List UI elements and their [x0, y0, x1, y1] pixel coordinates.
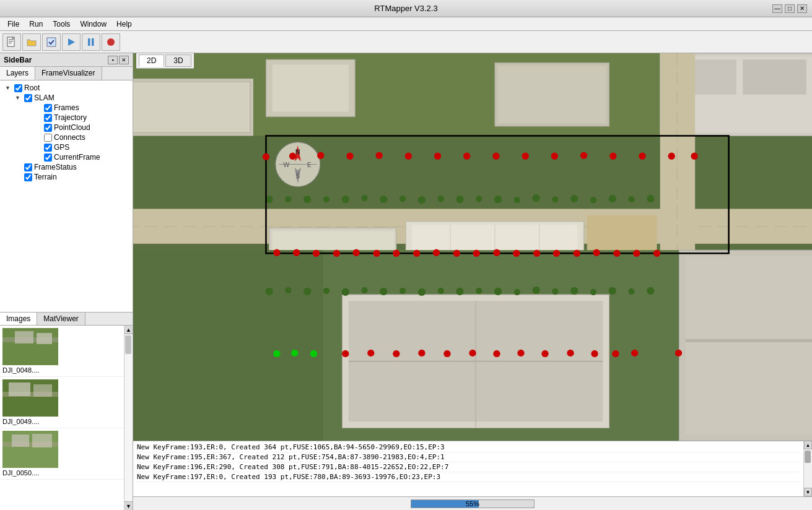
svg-point-113 — [463, 153, 470, 160]
console-line-3: New KeyFrame:197,ER:0, Created 193 pt,FU… — [137, 472, 800, 482]
tree-terrain[interactable]: ▶ Terrain — [0, 172, 133, 182]
svg-point-134 — [513, 250, 520, 257]
menu-run[interactable]: Run — [24, 19, 48, 30]
tree-check-framestatus[interactable] — [24, 163, 32, 171]
menu-window[interactable]: Window — [75, 19, 111, 30]
svg-point-135 — [533, 250, 540, 257]
progress-bar-area: 55% — [133, 496, 812, 510]
toolbar-play[interactable] — [62, 33, 81, 51]
svg-point-66 — [476, 196, 482, 202]
tree-check-gps[interactable] — [44, 144, 52, 152]
tree-check-slam[interactable] — [24, 94, 32, 102]
tree-check-terrain[interactable] — [24, 173, 32, 181]
image-item-2[interactable]: DJI_0050.... — [0, 428, 124, 480]
svg-point-69 — [532, 194, 539, 202]
title-bar: RTMapper V3.2.3 — □ ✕ — [0, 0, 812, 17]
svg-point-152 — [591, 350, 598, 357]
tab-2d[interactable]: 2D — [139, 54, 164, 67]
scroll-thumb[interactable] — [125, 335, 131, 354]
toolbar-open-file[interactable] — [42, 33, 61, 51]
svg-point-132 — [473, 250, 480, 257]
sidebar-close-button[interactable]: ✕ — [119, 56, 129, 64]
minimize-button[interactable]: — — [772, 4, 782, 13]
tree-slam[interactable]: ▼ SLAM — [0, 93, 133, 103]
svg-point-92 — [570, 287, 578, 295]
svg-rect-54 — [686, 339, 812, 342]
svg-rect-26 — [273, 64, 349, 111]
svg-point-59 — [342, 196, 349, 203]
toolbar-pause[interactable] — [82, 33, 100, 51]
close-button[interactable]: ✕ — [797, 4, 807, 13]
svg-point-114 — [492, 153, 499, 160]
svg-point-89 — [514, 289, 520, 295]
sidebar-tab-framevisualizer[interactable]: FrameVisualizer — [35, 67, 102, 80]
tree-check-currentframe[interactable] — [44, 153, 52, 162]
tree-check-connects[interactable] — [44, 134, 52, 142]
tree-trajectory[interactable]: ▶ Trajectory — [0, 113, 133, 123]
tree-check-root[interactable] — [14, 84, 22, 92]
console-scroll-up[interactable]: ▲ — [804, 441, 812, 449]
svg-point-94 — [609, 287, 616, 295]
image-list-wrapper: DJI_0048.... — [0, 326, 133, 510]
tree-label-gps: GPS — [54, 143, 69, 152]
svg-rect-24 — [133, 82, 250, 132]
svg-point-127 — [373, 250, 380, 257]
svg-point-87 — [476, 288, 482, 294]
tree-pointcloud[interactable]: ▶ PointCloud — [0, 123, 133, 132]
svg-rect-11 — [15, 331, 33, 344]
maximize-button[interactable]: □ — [785, 4, 795, 13]
svg-point-57 — [303, 196, 311, 203]
svg-point-116 — [551, 153, 558, 160]
svg-rect-4 — [47, 38, 56, 46]
sidebar-restore-button[interactable]: ▪ — [108, 56, 118, 64]
svg-point-110 — [376, 152, 383, 159]
console-line-1: New KeyFrame:195,ER:367, Created 212 pt,… — [137, 452, 800, 462]
toolbar-new[interactable] — [2, 33, 21, 51]
image-item-0[interactable]: DJI_0048.... — [0, 326, 124, 377]
svg-rect-16 — [33, 384, 52, 397]
sidebar-tab-layers[interactable]: Layers — [0, 67, 35, 80]
svg-point-68 — [514, 197, 520, 203]
tree-gps[interactable]: ▶ GPS — [0, 142, 133, 152]
image-item-1[interactable]: DJI_0049.... — [0, 377, 124, 428]
tree-label-slam: SLAM — [34, 93, 55, 102]
tree-framestatus[interactable]: ▶ FrameStatus — [0, 162, 133, 172]
progress-label: 55% — [411, 500, 534, 508]
svg-text:E: E — [307, 162, 312, 168]
menu-help[interactable]: Help — [111, 19, 137, 30]
svg-point-143 — [367, 350, 374, 357]
console-scroll-thumb[interactable] — [805, 451, 811, 463]
tab-3d[interactable]: 3D — [165, 54, 191, 67]
svg-point-93 — [590, 289, 596, 295]
image-scrollbar: ▲ ▼ — [124, 326, 133, 510]
console-scroll-down[interactable]: ▼ — [804, 488, 812, 496]
tree-check-pointcloud[interactable] — [44, 124, 52, 132]
tree-label-frames: Frames — [54, 103, 79, 112]
svg-point-172 — [612, 350, 619, 357]
menu-tools[interactable]: Tools — [48, 19, 75, 30]
svg-point-106 — [263, 153, 269, 160]
image-tab-images[interactable]: Images — [0, 313, 37, 325]
scroll-down-btn[interactable]: ▼ — [124, 501, 133, 510]
menu-file[interactable]: File — [2, 19, 24, 30]
image-tabs: Images MatViewer — [0, 313, 133, 326]
tree-check-trajectory[interactable] — [44, 114, 52, 122]
tree-frames[interactable]: ▶ Frames — [0, 103, 133, 113]
svg-point-78 — [303, 288, 311, 295]
tree-label-trajectory: Trajectory — [54, 113, 87, 122]
scroll-up-btn[interactable]: ▲ — [124, 326, 133, 334]
sidebar-bottom: Images MatViewer — [0, 312, 133, 510]
toolbar-open-folder[interactable] — [22, 33, 41, 51]
tree-check-frames[interactable] — [44, 104, 52, 112]
tree-root[interactable]: ▼ Root — [0, 83, 133, 93]
svg-point-73 — [609, 195, 616, 202]
tree-currentframe[interactable]: ▶ CurrentFrame — [0, 152, 133, 162]
map-canvas[interactable]: N S E W — [133, 53, 812, 441]
svg-point-133 — [493, 249, 500, 256]
image-tab-matviewer[interactable]: MatViewer — [37, 313, 85, 325]
tree-connects[interactable]: ▶ Connects — [0, 132, 133, 142]
toolbar-record[interactable] — [102, 33, 120, 51]
svg-point-60 — [361, 195, 367, 201]
svg-point-123 — [293, 249, 300, 256]
window-controls: — □ ✕ — [772, 4, 807, 13]
